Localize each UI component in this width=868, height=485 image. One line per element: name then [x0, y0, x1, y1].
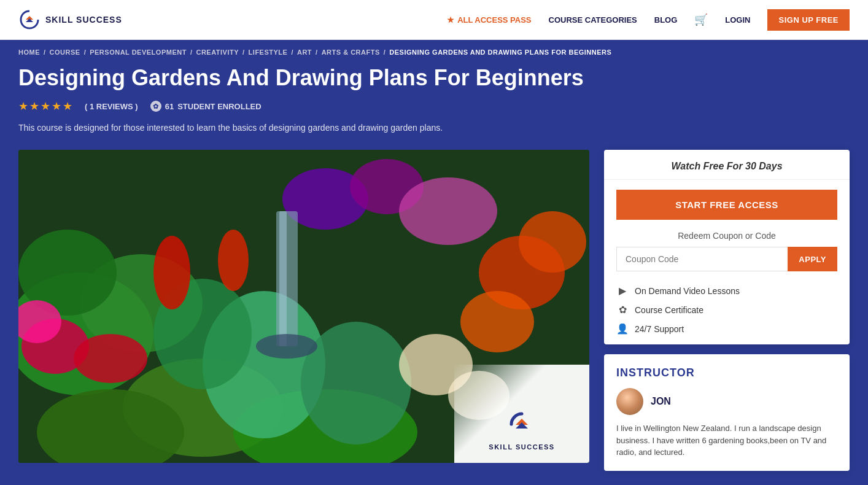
content-grid: SKILL SUCCESS Watch Free For 30 Days STA…: [18, 150, 850, 471]
svg-point-21: [256, 334, 317, 359]
breadcrumb: HOME / COURSE / PERSONAL DEVELOPMENT / C…: [18, 49, 850, 56]
enrolled-count: 61: [165, 102, 174, 111]
enrolled-icon: ✿: [150, 101, 161, 112]
login-link[interactable]: LOGIN: [725, 15, 750, 25]
instructor-section: INSTRUCTOR JON I live in Wellington New …: [604, 354, 850, 471]
all-access-link[interactable]: ★ ALL ACCESS PASS: [447, 15, 531, 25]
breadcrumb-creativity[interactable]: CREATIVITY: [196, 49, 239, 56]
svg-rect-20: [279, 211, 287, 346]
apply-button[interactable]: APPLY: [788, 247, 837, 271]
star-4: ★: [52, 99, 61, 113]
start-free-access-button[interactable]: START FREE ACCESS: [616, 190, 837, 220]
instructor-name: JON: [651, 396, 671, 407]
overlay-logo-icon: [506, 409, 537, 440]
breadcrumb-sep-5: /: [291, 49, 293, 56]
breadcrumb-sep-1: /: [44, 49, 46, 56]
svg-point-25: [218, 230, 249, 291]
instructor-bio: I live in Wellington New Zealand. I run …: [616, 422, 837, 459]
blog-link[interactable]: BLOG: [654, 15, 678, 25]
certificate-icon: ✿: [616, 304, 629, 316]
coupon-row: APPLY: [616, 247, 837, 271]
breadcrumb-sep-6: /: [316, 49, 318, 56]
redeem-label: Redeem Coupon or Code: [616, 231, 837, 241]
page-title: Designing Gardens And Drawing Plans For …: [18, 64, 850, 91]
overlay-logo-text: SKILL SUCCESS: [489, 443, 554, 451]
video-icon: ▶: [616, 285, 629, 297]
site-header: SKILL SUCCESS ★ ALL ACCESS PASS COURSE C…: [0, 0, 868, 40]
breadcrumb-course[interactable]: COURSE: [50, 49, 80, 56]
feature-video-label: On Demand Video Lessons: [635, 286, 740, 296]
star-5: ★: [63, 99, 72, 113]
star-rating: ★ ★ ★ ★ ★: [18, 99, 72, 113]
course-description: This course is designed for those intere…: [18, 123, 571, 133]
feature-support: 👤 24/7 Support: [616, 323, 837, 335]
instructor-title: INSTRUCTOR: [616, 367, 837, 379]
breadcrumb-sep-3: /: [190, 49, 193, 56]
star-3: ★: [41, 99, 50, 113]
logo[interactable]: SKILL SUCCESS: [18, 9, 122, 31]
star-2: ★: [29, 99, 39, 113]
reviews-text: ( 1 REVIEWS ): [85, 102, 138, 111]
instructor-row: JON: [616, 388, 837, 415]
main-nav: ★ ALL ACCESS PASS COURSE CATEGORIES BLOG…: [447, 9, 850, 31]
image-overlay: SKILL SUCCESS: [454, 365, 589, 463]
breadcrumb-art[interactable]: ART: [297, 49, 312, 56]
feature-support-label: 24/7 Support: [635, 324, 684, 334]
course-meta: ★ ★ ★ ★ ★ ( 1 REVIEWS ) ✿ 61 STUDENT ENR…: [18, 99, 850, 113]
instructor-avatar: [616, 388, 643, 415]
enrolled-badge: ✿ 61 STUDENT ENROLLED: [150, 101, 262, 112]
signup-button[interactable]: SIGN UP FREE: [767, 9, 850, 31]
breadcrumb-home[interactable]: HOME: [18, 49, 40, 56]
course-categories-link[interactable]: COURSE CATEGORIES: [549, 15, 637, 25]
breadcrumb-lifestyle[interactable]: LIFESTYLE: [249, 49, 288, 56]
svg-point-17: [301, 322, 411, 444]
feature-certificate-label: Course Certificate: [635, 305, 703, 315]
sidebar: Watch Free For 30 Days START FREE ACCESS…: [604, 150, 850, 471]
svg-point-11: [519, 211, 586, 273]
logo-icon: [18, 9, 41, 31]
enrolled-label: STUDENT ENROLLED: [177, 102, 262, 111]
star-1: ★: [18, 99, 28, 113]
feature-list: ▶ On Demand Video Lessons ✿ Course Certi…: [616, 285, 837, 335]
course-image-wrap: SKILL SUCCESS: [18, 150, 589, 463]
svg-point-9: [399, 177, 497, 245]
breadcrumb-sep-7: /: [384, 49, 386, 56]
breadcrumb-sep-4: /: [242, 49, 245, 56]
svg-point-24: [153, 236, 190, 309]
sidebar-body: START FREE ACCESS Redeem Coupon or Code …: [604, 180, 850, 344]
star-icon: ★: [447, 15, 454, 25]
breadcrumb-arts-crafts[interactable]: ARTS & CRAFTS: [322, 49, 380, 56]
watch-free-header: Watch Free For 30 Days: [604, 150, 850, 180]
feature-video: ▶ On Demand Video Lessons: [616, 285, 837, 297]
logo-text: SKILL SUCCESS: [45, 15, 122, 25]
breadcrumb-sep-2: /: [84, 49, 87, 56]
sidebar-card: Watch Free For 30 Days START FREE ACCESS…: [604, 150, 850, 344]
svg-point-12: [460, 291, 534, 352]
breadcrumb-current: DESIGNING GARDENS AND DRAWING PLANS FOR …: [389, 49, 611, 56]
coupon-input[interactable]: [616, 247, 788, 271]
feature-certificate: ✿ Course Certificate: [616, 304, 837, 316]
page-body: HOME / COURSE / PERSONAL DEVELOPMENT / C…: [0, 40, 868, 485]
support-icon: 👤: [616, 323, 629, 335]
svg-point-6: [74, 334, 147, 383]
cart-icon[interactable]: 🛒: [694, 13, 708, 26]
breadcrumb-personal-dev[interactable]: PERSONAL DEVELOPMENT: [90, 49, 187, 56]
